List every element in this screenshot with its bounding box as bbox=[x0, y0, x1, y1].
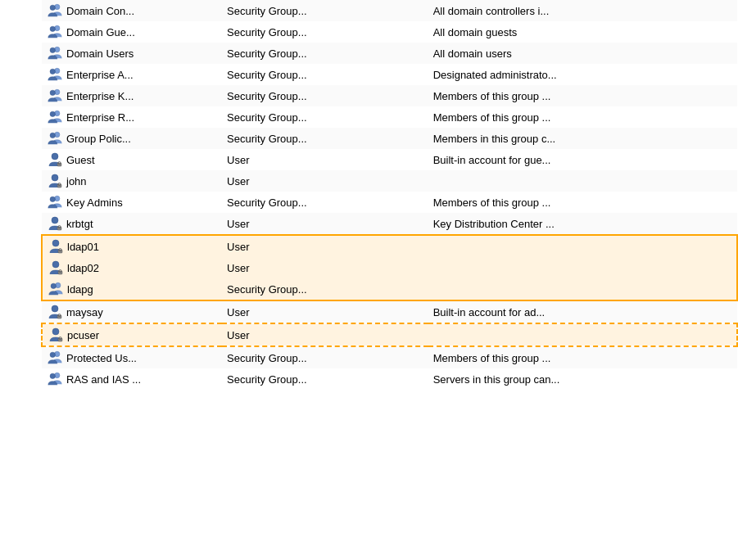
row-name-cell: Domain Con... bbox=[42, 0, 222, 21]
group-icon bbox=[48, 281, 67, 297]
entry-name: krbtgt bbox=[66, 218, 93, 230]
entry-name: Domain Gue... bbox=[66, 26, 135, 38]
entry-type: Security Group... bbox=[222, 106, 428, 128]
row-name-cell: Protected Us... bbox=[42, 346, 222, 368]
table-row[interactable]: Domain Gue... Security Group... All doma… bbox=[42, 21, 737, 43]
group-icon bbox=[47, 350, 66, 366]
entry-desc: All domain users bbox=[428, 43, 737, 64]
svg-point-14 bbox=[52, 153, 58, 160]
table-row[interactable]: Enterprise K... Security Group... Member… bbox=[42, 85, 737, 106]
entry-name: maysay bbox=[66, 306, 103, 318]
row-name-cell: ldap01 bbox=[42, 235, 222, 257]
table-row[interactable]: Enterprise A... Security Group... Design… bbox=[42, 64, 737, 85]
user-icon bbox=[48, 327, 67, 343]
table-row[interactable]: pcuser User bbox=[42, 323, 737, 346]
row-name-cell: pcuser bbox=[42, 323, 222, 346]
entry-name: john bbox=[66, 175, 87, 187]
row-name-cell: john bbox=[42, 170, 222, 192]
user-icon bbox=[48, 260, 67, 276]
entry-type: Security Group... bbox=[222, 21, 428, 43]
svg-point-28 bbox=[52, 261, 59, 268]
ad-objects-table: Domain Con... Security Group... All doma… bbox=[41, 0, 738, 390]
entry-type: Security Group... bbox=[222, 43, 428, 64]
entry-type: User bbox=[222, 257, 428, 278]
table-row[interactable]: Domain Con... Security Group... All doma… bbox=[42, 0, 737, 21]
entry-name: Group Polic... bbox=[66, 133, 131, 145]
entry-name: Key Admins bbox=[66, 196, 123, 209]
entry-desc bbox=[428, 170, 737, 192]
entry-type: Security Group... bbox=[222, 346, 428, 368]
row-name-cell: Guest bbox=[42, 149, 222, 170]
entry-type: User bbox=[222, 323, 428, 346]
table-row[interactable]: Key Admins Security Group... Members of … bbox=[42, 192, 737, 213]
table-row[interactable]: Enterprise R... Security Group... Member… bbox=[42, 106, 737, 128]
entry-type: Security Group... bbox=[222, 85, 428, 106]
svg-point-17 bbox=[52, 174, 58, 181]
entry-desc bbox=[428, 278, 737, 300]
svg-point-33 bbox=[52, 305, 58, 312]
user-icon bbox=[47, 215, 66, 232]
row-name-cell: RAS and IAS ... bbox=[42, 368, 222, 390]
svg-point-5 bbox=[50, 47, 55, 52]
entry-desc: Built-in account for gue... bbox=[428, 149, 737, 170]
svg-point-40 bbox=[50, 352, 55, 357]
entry-name: Domain Con... bbox=[66, 5, 134, 17]
row-name-cell: ldapg bbox=[42, 278, 222, 300]
user-icon bbox=[47, 151, 66, 168]
entry-type: User bbox=[222, 300, 428, 323]
row-name-cell: krbtgt bbox=[42, 213, 222, 235]
row-name-cell: Group Polic... bbox=[42, 128, 222, 149]
entry-desc: Members of this group ... bbox=[428, 192, 737, 213]
entry-desc: Members of this group ... bbox=[428, 85, 737, 106]
entry-desc: Designated administrato... bbox=[428, 64, 737, 85]
row-name-cell: Key Admins bbox=[42, 192, 222, 213]
group-icon bbox=[47, 194, 66, 210]
svg-point-32 bbox=[51, 283, 56, 288]
entry-name: ldap01 bbox=[67, 241, 99, 253]
table-row[interactable]: RAS and IAS ... Security Group... Server… bbox=[42, 368, 737, 390]
entry-desc: All domain guests bbox=[428, 21, 737, 43]
svg-point-25 bbox=[52, 240, 59, 246]
svg-point-9 bbox=[50, 90, 55, 95]
svg-point-21 bbox=[50, 196, 55, 201]
entry-name: Domain Users bbox=[66, 47, 134, 60]
user-icon bbox=[47, 304, 66, 320]
entry-type: Security Group... bbox=[222, 192, 428, 213]
group-icon bbox=[47, 371, 66, 387]
svg-point-3 bbox=[50, 26, 55, 31]
table-row[interactable]: ldapg Security Group... bbox=[42, 278, 737, 300]
row-name-cell: ldap02 bbox=[42, 257, 222, 278]
table-row[interactable]: ldap02 User bbox=[42, 257, 737, 278]
entry-type: Security Group... bbox=[222, 0, 428, 21]
entry-type: User bbox=[222, 213, 428, 235]
row-name-cell: Enterprise K... bbox=[42, 85, 222, 106]
entry-name: Protected Us... bbox=[66, 352, 137, 364]
entry-desc: Members of this group ... bbox=[428, 346, 737, 368]
entry-type: User bbox=[222, 170, 428, 192]
entry-name: Guest bbox=[66, 154, 95, 166]
entry-type: Security Group... bbox=[222, 368, 428, 390]
row-name-cell: Domain Gue... bbox=[42, 21, 222, 43]
table-row[interactable]: john User bbox=[42, 170, 737, 192]
ad-list-container[interactable]: Domain Con... Security Group... All doma… bbox=[0, 0, 738, 560]
table-row[interactable]: maysay User Built-in account for ad... bbox=[42, 300, 737, 323]
entry-desc: Servers in this group can... bbox=[428, 368, 737, 390]
entry-type: User bbox=[222, 149, 428, 170]
group-icon bbox=[47, 24, 66, 40]
entry-desc: Key Distribution Center ... bbox=[428, 213, 737, 235]
entry-name: pcuser bbox=[67, 329, 99, 341]
table-row[interactable]: Protected Us... Security Group... Member… bbox=[42, 346, 737, 368]
table-row[interactable]: ldap01 User bbox=[42, 235, 737, 257]
svg-point-36 bbox=[52, 328, 59, 335]
row-name-cell: Enterprise A... bbox=[42, 64, 222, 85]
svg-point-42 bbox=[50, 373, 55, 378]
entry-name: ldap02 bbox=[67, 262, 99, 274]
svg-point-1 bbox=[50, 5, 55, 10]
table-row[interactable]: krbtgt User Key Distribution Center ... bbox=[42, 213, 737, 235]
table-row[interactable]: Group Polic... Security Group... Members… bbox=[42, 128, 737, 149]
entry-desc: Members in this group c... bbox=[428, 128, 737, 149]
entry-type: Security Group... bbox=[222, 128, 428, 149]
group-icon bbox=[47, 2, 66, 19]
table-row[interactable]: Domain Users Security Group... All domai… bbox=[42, 43, 737, 64]
table-row[interactable]: Guest User Built-in account for gue... bbox=[42, 149, 737, 170]
